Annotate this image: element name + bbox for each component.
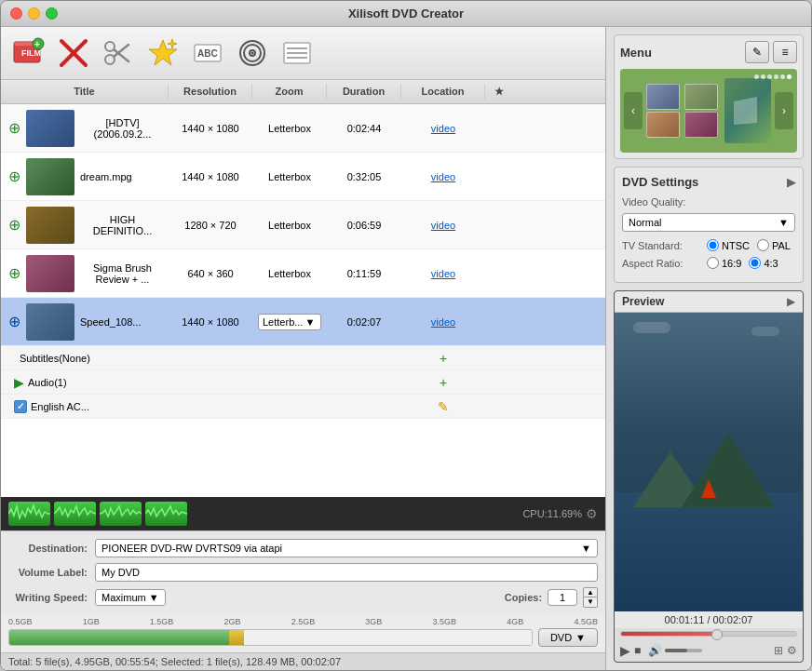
file-location-link[interactable]: video xyxy=(401,313,485,331)
file-duration: 0:32:05 xyxy=(327,168,401,186)
audio-checkbox[interactable]: ✓ xyxy=(14,400,27,413)
copies-row: Copies: ▲ ▼ xyxy=(505,587,598,608)
preview-header: Preview ▶ xyxy=(615,291,803,313)
prog-label: 4.5GB xyxy=(574,617,598,626)
audio-track-cell: ✓ English AC... xyxy=(1,398,169,415)
destination-label: Destination: xyxy=(8,543,88,554)
seekbar-thumb[interactable] xyxy=(711,629,723,640)
file-name: HIGH DEFINITIO... xyxy=(80,214,165,236)
audio-track-name: English AC... xyxy=(31,401,89,412)
table-row[interactable]: ⊕ Speed_108... 1440 × 1080 Letterb... ▼ … xyxy=(1,298,605,346)
file-location-link[interactable]: video xyxy=(401,119,485,138)
file-resolution: 640 × 360 xyxy=(169,264,252,283)
preview-video xyxy=(615,313,803,611)
file-location-link[interactable]: video xyxy=(401,216,485,235)
file-resolution: 1280 × 720 xyxy=(169,216,252,235)
writing-speed-dropdown[interactable]: Maximum ▼ xyxy=(95,589,166,606)
file-location-link[interactable]: video xyxy=(401,168,485,186)
edit-audio-icon[interactable]: ✎ xyxy=(401,397,485,416)
add-file-button[interactable]: FILM + xyxy=(8,33,49,74)
dvd-settings-expand-icon[interactable]: ▶ xyxy=(787,176,795,189)
dvd-format-dropdown[interactable]: DVD ▼ xyxy=(538,628,598,647)
file-location-link[interactable]: video xyxy=(401,264,485,283)
file-title-cell: ⊕ HIGH DEFINITIO... xyxy=(1,203,169,248)
burn-settings-button[interactable] xyxy=(232,33,273,74)
options-button[interactable]: ⚙ xyxy=(787,644,797,657)
svg-text:ABC: ABC xyxy=(197,48,218,59)
menu-list-button[interactable]: ≡ xyxy=(773,41,797,63)
preview-expand-icon[interactable]: ▶ xyxy=(787,295,795,308)
zoom-dropdown[interactable]: Letterb... ▼ xyxy=(258,314,321,330)
ratio-4-3-radio[interactable]: 4:3 xyxy=(749,257,778,269)
volume-input[interactable] xyxy=(95,563,598,582)
add-row-icon[interactable]: ⊕ xyxy=(8,313,20,330)
aspect-ratio-radio-group: 16:9 4:3 xyxy=(707,257,778,269)
play-button[interactable]: ▶ xyxy=(620,643,630,658)
table-row[interactable]: ⊕ [HDTV] (2006.09.2... 1440 × 1080 Lette… xyxy=(1,104,605,153)
scissors-button[interactable] xyxy=(98,33,139,74)
destination-dropdown[interactable]: PIONEER DVD-RW DVRTS09 via atapi ▼ xyxy=(95,539,598,557)
svg-point-18 xyxy=(251,52,254,55)
ratio-16-9-radio[interactable]: 16:9 xyxy=(707,257,741,269)
minimize-button[interactable] xyxy=(28,7,40,20)
svg-text:+: + xyxy=(34,39,40,49)
menu-prev-button[interactable]: ‹ xyxy=(624,92,643,129)
file-star xyxy=(485,221,513,229)
list-header: Title Resolution Zoom Duration Location … xyxy=(1,80,605,104)
file-thumbnail xyxy=(26,207,74,244)
dvd-format-arrow: ▼ xyxy=(575,632,586,643)
waveform-segment-1 xyxy=(8,502,50,526)
subtitles-row: Subtitles(None) + xyxy=(1,346,605,370)
main-window: Xilisoft DVD Creator FILM + xyxy=(0,0,812,671)
delete-button[interactable] xyxy=(53,33,94,74)
audio-track-row: ✓ English AC... ✎ xyxy=(1,395,605,419)
file-resolution: 1440 × 1080 xyxy=(169,119,252,138)
menu-thumb-2 xyxy=(684,84,718,110)
volume-slider[interactable] xyxy=(665,649,702,652)
ntsc-radio[interactable]: NTSC xyxy=(707,239,750,251)
file-duration: 0:02:44 xyxy=(327,119,401,138)
pal-radio[interactable]: PAL xyxy=(757,239,791,251)
add-row-icon[interactable]: ⊕ xyxy=(8,119,20,137)
waveform-bar: CPU:11.69% ⚙ xyxy=(1,497,605,530)
copies-down[interactable]: ▼ xyxy=(583,597,598,608)
copies-up[interactable]: ▲ xyxy=(583,587,598,598)
audio-expand-icon[interactable]: ▶ xyxy=(14,375,24,390)
chapters-button[interactable] xyxy=(277,33,318,74)
ratio-4-3-input[interactable] xyxy=(749,257,761,269)
screenshot-button[interactable]: ⊞ xyxy=(774,644,783,657)
file-resolution: 1440 × 1080 xyxy=(169,313,252,331)
pal-label: PAL xyxy=(772,240,791,251)
maximize-button[interactable] xyxy=(46,7,58,20)
status-bar: Total: 5 file(s), 4.95GB, 00:55:54; Sele… xyxy=(1,652,605,670)
file-title-cell: ⊕ Sigma Brush Review + ... xyxy=(1,251,169,296)
table-row[interactable]: ⊕ Sigma Brush Review + ... 640 × 360 Let… xyxy=(1,249,605,298)
subtitles-button[interactable]: ABC xyxy=(187,33,228,74)
add-row-icon[interactable]: ⊕ xyxy=(8,216,20,234)
add-row-icon[interactable]: ⊕ xyxy=(8,264,20,282)
ntsc-radio-input[interactable] xyxy=(707,239,719,251)
add-subtitle-button[interactable]: + xyxy=(401,349,485,368)
stop-button[interactable]: ■ xyxy=(634,644,641,657)
preview-seekbar[interactable] xyxy=(620,631,797,637)
preview-cloud-1 xyxy=(633,322,670,333)
effects-button[interactable] xyxy=(142,33,183,74)
progress-used xyxy=(9,630,229,645)
add-audio-button[interactable]: + xyxy=(401,373,485,392)
preview-time: 00:01:11 / 00:02:07 xyxy=(615,611,803,628)
table-row[interactable]: ⊕ HIGH DEFINITIO... 1280 × 720 Letterbox… xyxy=(1,201,605,249)
file-zoom: Letterbox xyxy=(252,168,327,186)
close-button[interactable] xyxy=(10,7,22,20)
quality-dropdown[interactable]: Normal ▼ xyxy=(622,213,795,232)
video-quality-label: Video Quality: xyxy=(622,196,701,208)
cpu-settings-icon[interactable]: ⚙ xyxy=(586,506,598,521)
file-duration: 0:11:59 xyxy=(327,264,401,283)
file-star xyxy=(485,318,513,326)
pal-radio-input[interactable] xyxy=(757,239,769,251)
table-row[interactable]: ⊕ dream.mpg 1440 × 1080 Letterbox 0:32:0… xyxy=(1,153,605,201)
menu-next-button[interactable]: › xyxy=(775,92,793,129)
add-row-icon[interactable]: ⊕ xyxy=(8,168,20,185)
ratio-16-9-input[interactable] xyxy=(707,257,719,269)
menu-edit-button[interactable]: ✎ xyxy=(745,41,769,63)
copies-input[interactable] xyxy=(548,589,577,606)
